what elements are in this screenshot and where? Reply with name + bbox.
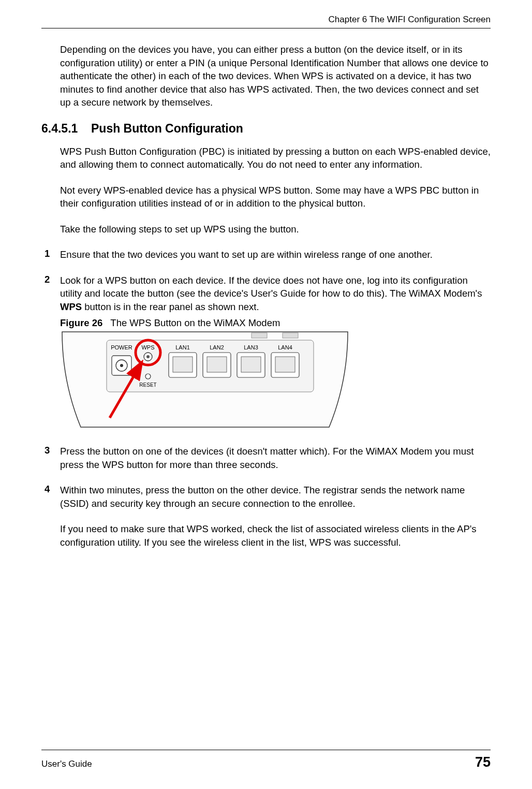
label-lan2: LAN2 [210, 344, 224, 350]
figure-label: Figure 26 [60, 317, 102, 328]
step-4-text: Within two minutes, press the button on … [60, 485, 465, 509]
svg-rect-12 [241, 357, 261, 372]
label-lan3: LAN3 [244, 344, 258, 350]
label-lan1: LAN1 [175, 344, 190, 350]
page-number: 75 [475, 754, 491, 770]
section-number: 6.4.5.1 [41, 122, 91, 136]
section-title: Push Button Configuration [91, 122, 243, 136]
body-content: Depending on the devices you have, you c… [60, 43, 491, 549]
svg-rect-10 [207, 357, 227, 372]
figure-wps-button: POWER WPS RESET LAN1 LAN2 [60, 330, 350, 429]
step-number: 2 [45, 274, 60, 314]
step-number: 4 [45, 484, 60, 549]
paragraph-2: WPS Push Button Configuration (PBC) is i… [60, 145, 491, 171]
section-heading: 6.4.5.1 Push Button Configuration [41, 122, 491, 136]
footer-left: User's Guide [41, 759, 92, 769]
label-lan4: LAN4 [278, 344, 292, 350]
page-container: Chapter 6 The WIFI Configuration Screen … [0, 0, 532, 789]
page-footer: User's Guide 75 [41, 750, 491, 770]
step-2-text-before: Look for a WPS button on each device. If… [60, 275, 482, 299]
figure-caption: Figure 26 The WPS Button on the WiMAX Mo… [60, 317, 491, 329]
closing-paragraph: If you need to make sure that WPS worked… [60, 522, 491, 549]
label-power: POWER [111, 344, 132, 350]
label-reset: RESET [139, 382, 156, 388]
modem-svg: POWER WPS RESET LAN1 LAN2 [60, 330, 350, 429]
step-2-bold: WPS [60, 301, 82, 312]
step-text: Within two minutes, press the button on … [60, 484, 491, 549]
intro-paragraph: Depending on the devices you have, you c… [60, 43, 491, 109]
step-2: 2 Look for a WPS button on each device. … [60, 274, 491, 314]
svg-point-3 [120, 364, 123, 367]
paragraph-4: Take the following steps to set up WPS u… [60, 223, 491, 236]
svg-point-5 [146, 355, 150, 358]
step-3: 3 Press the button on one of the devices… [60, 445, 491, 471]
label-wps: WPS [141, 344, 154, 350]
paragraph-3: Not every WPS-enabled device has a physi… [60, 184, 491, 210]
figure-caption-text: The WPS Button on the WiMAX Modem [110, 317, 280, 328]
svg-rect-8 [173, 357, 193, 372]
step-2-text-after: button is in the rear panel as shown nex… [82, 301, 259, 312]
step-text: Press the button on one of the devices (… [60, 445, 491, 471]
running-header: Chapter 6 The WIFI Configuration Screen [41, 14, 491, 28]
svg-rect-14 [275, 357, 295, 372]
chapter-title: Chapter 6 The WIFI Configuration Screen [329, 14, 491, 24]
step-4: 4 Within two minutes, press the button o… [60, 484, 491, 549]
step-1: 1 Ensure that the two devices you want t… [60, 248, 491, 261]
svg-point-6 [145, 374, 151, 379]
svg-rect-16 [283, 333, 298, 338]
svg-rect-15 [252, 333, 267, 338]
step-number: 3 [45, 445, 60, 471]
step-text: Ensure that the two devices you want to … [60, 248, 433, 261]
step-text: Look for a WPS button on each device. If… [60, 274, 491, 314]
step-number: 1 [45, 248, 60, 261]
